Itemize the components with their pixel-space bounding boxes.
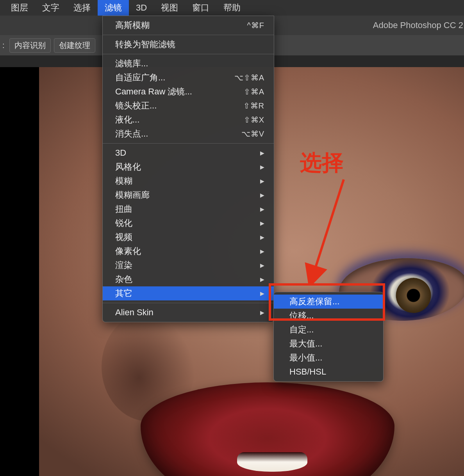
filter-other[interactable]: 其它 ▶ <box>103 286 274 300</box>
other-custom[interactable]: 自定... <box>274 323 383 337</box>
menu-label: 镜头校正... <box>115 100 157 112</box>
menu-window[interactable]: 窗口 <box>185 0 216 16</box>
other-maximum[interactable]: 最大值... <box>274 337 383 351</box>
menu-label: 自定... <box>289 324 314 336</box>
filter-gallery[interactable]: 滤镜库... <box>103 57 274 71</box>
menu-text[interactable]: 文字 <box>35 0 66 16</box>
menu-label: Camera Raw 滤镜... <box>115 86 192 98</box>
menubar: 图层 文字 选择 滤镜 3D 视图 窗口 帮助 <box>0 0 464 16</box>
filter-render[interactable]: 渲染 ▶ <box>103 258 274 272</box>
filter-3d[interactable]: 3D ▶ <box>103 146 274 160</box>
menu-filter[interactable]: 滤镜 <box>98 0 129 16</box>
filter-blur-gallery[interactable]: 模糊画廊 ▶ <box>103 188 274 202</box>
filter-distort[interactable]: 扭曲 ▶ <box>103 202 274 216</box>
submenu-arrow-icon: ▶ <box>260 220 264 226</box>
menu-view[interactable]: 视图 <box>154 0 185 16</box>
other-high-pass[interactable]: 高反差保留... <box>274 295 383 309</box>
menu-shortcut: ⌥⌘V <box>241 129 264 139</box>
menu-label: 风格化 <box>115 161 141 173</box>
other-offset[interactable]: 位移... <box>274 309 383 323</box>
menu-label: 高斯模糊 <box>115 20 150 31</box>
menu-shortcut: ⌥⇧⌘A <box>234 73 264 82</box>
filter-other-submenu: 高反差保留... 位移... 自定... 最大值... 最小值... HSB/H… <box>273 292 384 382</box>
other-minimum[interactable]: 最小值... <box>274 351 383 365</box>
menu-shortcut: ⇧⌘A <box>244 87 264 96</box>
menu-3d[interactable]: 3D <box>129 0 154 16</box>
menu-layer[interactable]: 图层 <box>4 0 35 16</box>
menu-label: 自适应广角... <box>115 72 165 83</box>
submenu-arrow-icon: ▶ <box>260 178 264 184</box>
filter-alien-skin[interactable]: Alien Skin ▶ <box>103 305 274 320</box>
submenu-arrow-icon: ▶ <box>260 234 264 240</box>
menu-label: 消失点... <box>115 128 148 140</box>
submenu-arrow-icon: ▶ <box>260 248 264 254</box>
menu-label: 液化... <box>115 114 139 126</box>
filter-last-gaussian-blur[interactable]: 高斯模糊 ^⌘F <box>103 18 274 32</box>
submenu-arrow-icon: ▶ <box>260 206 264 212</box>
submenu-arrow-icon: ▶ <box>260 276 264 282</box>
submenu-arrow-icon: ▶ <box>260 192 264 198</box>
menu-label: 滤镜库... <box>115 58 148 69</box>
filter-blur[interactable]: 模糊 ▶ <box>103 174 274 188</box>
filter-sharpen[interactable]: 锐化 ▶ <box>103 216 274 230</box>
submenu-arrow-icon: ▶ <box>260 290 264 297</box>
options-colon: : <box>2 41 6 50</box>
menu-label: 锐化 <box>115 217 132 229</box>
menu-label: 模糊 <box>115 175 132 187</box>
filter-lens-correction[interactable]: 镜头校正... ⇧⌘R <box>103 99 274 113</box>
app-title: Adobe Photoshop CC 2 <box>373 20 463 30</box>
filter-video[interactable]: 视频 ▶ <box>103 230 274 244</box>
menu-label: 像素化 <box>115 245 141 257</box>
other-hsb-hsl[interactable]: HSB/HSL <box>274 365 383 379</box>
submenu-arrow-icon: ▶ <box>260 262 264 268</box>
menu-label: 视频 <box>115 231 132 243</box>
menu-shortcut: ^⌘F <box>247 21 264 30</box>
menu-label: HSB/HSL <box>289 367 326 377</box>
submenu-arrow-icon: ▶ <box>260 150 264 156</box>
menu-label: 杂色 <box>115 274 132 285</box>
menu-shortcut: ⇧⌘X <box>244 115 264 124</box>
filter-convert-smart[interactable]: 转换为智能滤镜 <box>103 37 274 52</box>
submenu-arrow-icon: ▶ <box>260 164 264 170</box>
menu-help[interactable]: 帮助 <box>216 0 248 16</box>
filter-vanishing-point[interactable]: 消失点... ⌥⌘V <box>103 127 274 141</box>
menu-label: 模糊画廊 <box>115 189 150 201</box>
menu-label: 3D <box>115 148 126 158</box>
create-texture-button[interactable]: 创建纹理 <box>54 38 95 53</box>
content-aware-button[interactable]: 内容识别 <box>9 38 51 53</box>
filter-noise[interactable]: 杂色 ▶ <box>103 272 274 286</box>
filter-dropdown: 高斯模糊 ^⌘F 转换为智能滤镜 滤镜库... 自适应广角... ⌥⇧⌘A Ca… <box>102 16 274 322</box>
filter-camera-raw[interactable]: Camera Raw 滤镜... ⇧⌘A <box>103 85 274 99</box>
menu-label: 转换为智能滤镜 <box>115 39 175 50</box>
menu-label: 扭曲 <box>115 203 132 215</box>
menu-label: 渲染 <box>115 259 132 271</box>
menu-label: 其它 <box>115 288 132 299</box>
menu-label: 最小值... <box>289 352 322 364</box>
menu-select[interactable]: 选择 <box>66 0 98 16</box>
menu-shortcut: ⇧⌘R <box>243 101 264 110</box>
menu-label: 最大值... <box>289 338 322 350</box>
filter-liquify[interactable]: 液化... ⇧⌘X <box>103 113 274 127</box>
menu-label: 位移... <box>289 310 314 321</box>
menu-label: 高反差保留... <box>289 296 339 307</box>
submenu-arrow-icon: ▶ <box>260 309 264 316</box>
filter-adaptive-wide-angle[interactable]: 自适应广角... ⌥⇧⌘A <box>103 71 274 85</box>
filter-pixelate[interactable]: 像素化 ▶ <box>103 244 274 258</box>
filter-stylize[interactable]: 风格化 ▶ <box>103 160 274 174</box>
menu-label: Alien Skin <box>115 307 153 318</box>
